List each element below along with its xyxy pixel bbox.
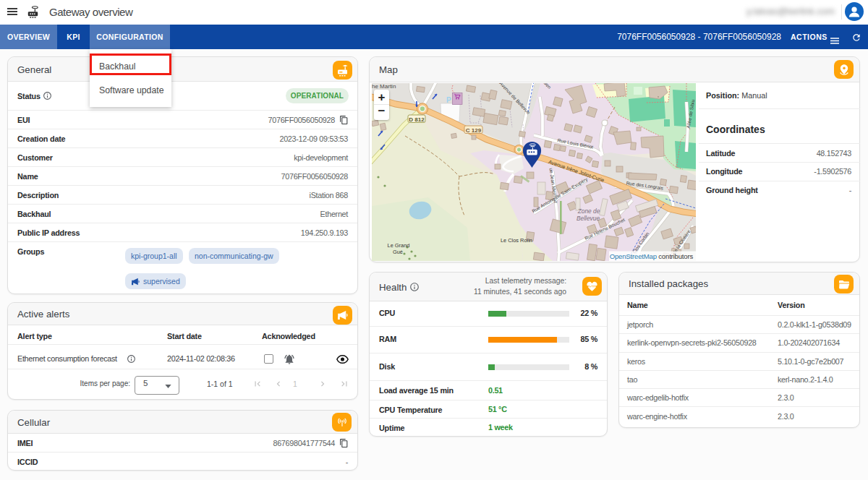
- svg-text:C 129: C 129: [466, 127, 482, 134]
- svg-text:Bellevue: Bellevue: [576, 215, 600, 222]
- svg-text:Le Grand: Le Grand: [388, 242, 410, 249]
- svg-text:D 812: D 812: [409, 116, 425, 123]
- svg-text:Le Clos Rolin: Le Clos Rolin: [501, 237, 532, 244]
- svg-text:Zone de: Zone de: [577, 207, 600, 215]
- svg-text:P: P: [446, 96, 451, 104]
- svg-text:OpenStreetMap contributors: OpenStreetMap contributors: [610, 252, 694, 260]
- svg-text:Gué: Gué: [393, 249, 403, 255]
